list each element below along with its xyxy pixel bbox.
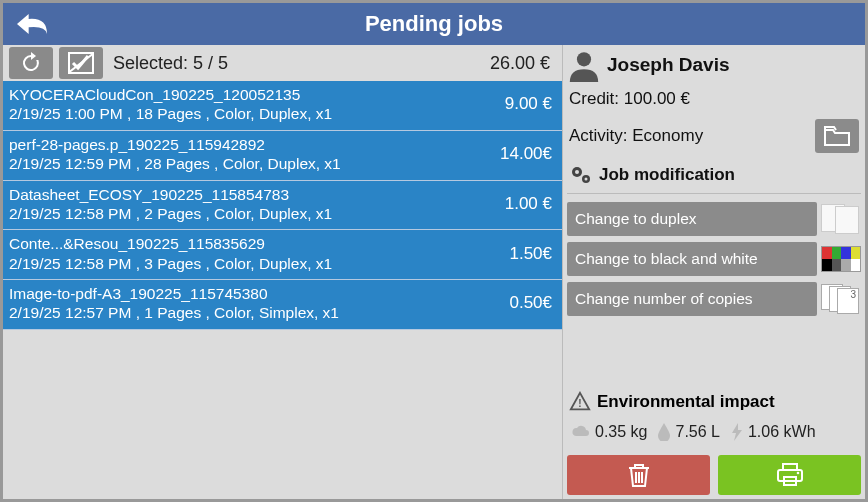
svg-point-4 bbox=[575, 170, 579, 174]
svg-line-1 bbox=[68, 53, 94, 73]
main-body: Selected: 5 / 5 26.00 € KYOCERACloudCon_… bbox=[3, 45, 865, 499]
env-water: 7.56 L bbox=[657, 423, 719, 441]
job-list: KYOCERACloudCon_190225_1200521352/19/25 … bbox=[3, 81, 562, 499]
job-meta: 2/19/25 1:00 PM , 18 Pages , Color, Dupl… bbox=[9, 104, 332, 123]
env-water-value: 7.56 L bbox=[675, 423, 719, 441]
svg-point-6 bbox=[585, 178, 588, 181]
svg-rect-12 bbox=[778, 470, 802, 481]
job-price: 0.50€ bbox=[497, 293, 552, 313]
cloud-icon bbox=[571, 424, 591, 440]
svg-point-2 bbox=[577, 52, 591, 66]
activity-label: Activity: Economy bbox=[569, 126, 703, 146]
job-info: Conte...&Resou_190225_1158356292/19/25 1… bbox=[9, 234, 332, 273]
job-mod-heading-label: Job modification bbox=[599, 165, 735, 185]
job-price: 1.50€ bbox=[497, 244, 552, 264]
folder-icon bbox=[824, 126, 850, 146]
delete-button[interactable] bbox=[567, 455, 710, 495]
gears-icon bbox=[569, 163, 593, 187]
job-meta: 2/19/25 12:58 PM , 3 Pages , Color, Dupl… bbox=[9, 254, 332, 273]
job-price: 14.00€ bbox=[488, 144, 552, 164]
env-energy-value: 1.06 kWh bbox=[748, 423, 816, 441]
titlebar: Pending jobs bbox=[3, 3, 865, 45]
env-heading: ! Environmental impact bbox=[567, 389, 861, 415]
job-meta: 2/19/25 12:58 PM , 2 Pages , Color, Dupl… bbox=[9, 204, 332, 223]
mod-row-duplex: Change to duplex bbox=[567, 202, 861, 236]
mod-row-copies: Change number of copies 123 bbox=[567, 282, 861, 316]
user-row: Joseph Davis bbox=[567, 47, 861, 83]
divider bbox=[567, 193, 861, 194]
activity-row: Activity: Economy bbox=[567, 119, 861, 159]
trash-icon bbox=[627, 462, 651, 488]
user-name: Joseph Davis bbox=[607, 54, 730, 76]
job-info: Image-to-pdf-A3_190225_1157453802/19/25 … bbox=[9, 284, 339, 323]
page-title: Pending jobs bbox=[365, 11, 503, 37]
jobs-panel: Selected: 5 / 5 26.00 € KYOCERACloudCon_… bbox=[3, 45, 563, 499]
printer-icon bbox=[776, 463, 804, 487]
env-co2-value: 0.35 kg bbox=[595, 423, 647, 441]
select-all-icon bbox=[68, 52, 94, 74]
droplet-icon bbox=[657, 423, 671, 441]
job-meta: 2/19/25 12:57 PM , 1 Pages , Color, Simp… bbox=[9, 303, 339, 322]
job-mod-heading: Job modification bbox=[567, 161, 861, 189]
env-heading-label: Environmental impact bbox=[597, 392, 775, 412]
job-name: Datasheet_ECOSY_190225_115854783 bbox=[9, 185, 332, 204]
back-arrow-icon bbox=[11, 9, 53, 39]
job-row[interactable]: perf-28-pages.p_190225_1159428922/19/25 … bbox=[3, 131, 562, 181]
job-row[interactable]: Conte...&Resou_190225_1158356292/19/25 1… bbox=[3, 230, 562, 280]
job-info: Datasheet_ECOSY_190225_1158547832/19/25 … bbox=[9, 185, 332, 224]
env-section: ! Environmental impact 0.35 kg 7.56 L 1.… bbox=[567, 389, 861, 495]
env-values: 0.35 kg 7.56 L 1.06 kWh bbox=[567, 415, 861, 451]
job-price: 1.00 € bbox=[493, 194, 552, 214]
action-buttons bbox=[567, 451, 861, 495]
bolt-icon bbox=[730, 423, 744, 441]
env-co2: 0.35 kg bbox=[571, 423, 647, 441]
refresh-icon bbox=[19, 51, 43, 75]
change-duplex-button[interactable]: Change to duplex bbox=[567, 202, 817, 236]
change-bw-button[interactable]: Change to black and white bbox=[567, 242, 817, 276]
print-button[interactable] bbox=[718, 455, 861, 495]
back-button[interactable] bbox=[11, 7, 53, 41]
recycle-icon: ! bbox=[569, 391, 591, 413]
job-meta: 2/19/25 12:59 PM , 28 Pages , Color, Dup… bbox=[9, 154, 341, 173]
palette-icon bbox=[821, 242, 861, 276]
duplex-icon bbox=[821, 202, 861, 236]
credit-label: Credit: 100.00 € bbox=[567, 85, 861, 117]
job-name: Image-to-pdf-A3_190225_115745380 bbox=[9, 284, 339, 303]
job-row[interactable]: Image-to-pdf-A3_190225_1157453802/19/25 … bbox=[3, 280, 562, 330]
selected-count: Selected: 5 / 5 bbox=[113, 53, 228, 74]
job-info: perf-28-pages.p_190225_1159428922/19/25 … bbox=[9, 135, 341, 174]
svg-point-14 bbox=[796, 472, 799, 475]
total-cost: 26.00 € bbox=[490, 53, 556, 74]
env-energy: 1.06 kWh bbox=[730, 423, 816, 441]
mod-row-bw: Change to black and white bbox=[567, 242, 861, 276]
refresh-button[interactable] bbox=[9, 47, 53, 79]
job-price: 9.00 € bbox=[493, 94, 552, 114]
activity-folder-button[interactable] bbox=[815, 119, 859, 153]
copies-icon: 123 bbox=[821, 282, 861, 316]
job-row[interactable]: KYOCERACloudCon_190225_1200521352/19/25 … bbox=[3, 81, 562, 131]
job-name: Conte...&Resou_190225_115835629 bbox=[9, 234, 332, 253]
jobs-toolbar: Selected: 5 / 5 26.00 € bbox=[3, 45, 562, 81]
job-name: KYOCERACloudCon_190225_120052135 bbox=[9, 85, 332, 104]
app-window: Pending jobs Selected: 5 / 5 26.00 € KYO… bbox=[0, 0, 868, 502]
user-icon bbox=[567, 48, 601, 82]
job-info: KYOCERACloudCon_190225_1200521352/19/25 … bbox=[9, 85, 332, 124]
select-all-button[interactable] bbox=[59, 47, 103, 79]
change-copies-button[interactable]: Change number of copies bbox=[567, 282, 817, 316]
side-panel: Joseph Davis Credit: 100.00 € Activity: … bbox=[563, 45, 865, 499]
job-name: perf-28-pages.p_190225_115942892 bbox=[9, 135, 341, 154]
svg-text:!: ! bbox=[578, 398, 581, 409]
job-row[interactable]: Datasheet_ECOSY_190225_1158547832/19/25 … bbox=[3, 181, 562, 231]
